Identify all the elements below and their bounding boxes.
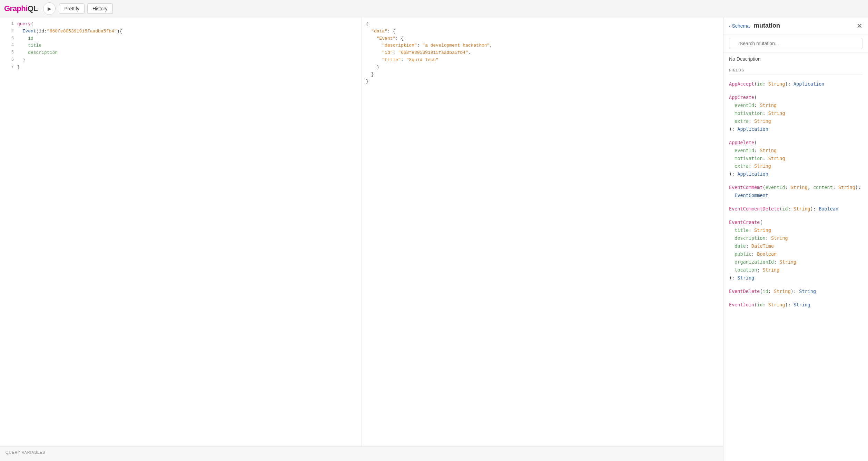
search-icon-wrap <box>729 38 862 49</box>
docs-header: ‹ Schema mutation ✕ <box>723 17 868 35</box>
field-appaccept[interactable]: AppAccept(id: String): Application <box>723 77 868 91</box>
editor-line-4: 4 title <box>0 42 362 49</box>
result-line-5: "id": "668fe805391915faadba5fb4", <box>362 49 723 57</box>
history-button[interactable]: History <box>87 3 113 14</box>
result-line-8: } <box>362 71 723 78</box>
docs-search-input[interactable] <box>729 38 862 49</box>
docs-fields-label: FIELDS <box>723 65 868 74</box>
prettify-button[interactable]: Prettify <box>59 3 85 14</box>
editor-line-1: 1 query{ <box>0 21 362 28</box>
query-variables-bar[interactable]: QUERY VARIABLES <box>0 447 723 461</box>
editor-result-row: 1 query{ 2 Event(id:"668fe805391915faadb… <box>0 17 723 447</box>
editor-line-6: 6 } <box>0 57 362 64</box>
result-line-6: "title": "Squid Tech" <box>362 57 723 64</box>
editor-line-2: 2 Event(id:"668fe805391915faadba5fb4"){ <box>0 28 362 35</box>
main-area: 1 query{ 2 Event(id:"668fe805391915faadb… <box>0 17 868 461</box>
field-appdelete[interactable]: AppDelete( eventId: String motivation: S… <box>723 136 868 181</box>
docs-panel: ‹ Schema mutation ✕ No Description FIELD… <box>723 17 868 461</box>
field-eventjoin[interactable]: EventJoin(id: String): String <box>723 298 868 312</box>
field-eventdelete[interactable]: EventDelete(id: String): String <box>723 285 868 298</box>
field-eventcreate[interactable]: EventCreate( title: String description: … <box>723 216 868 285</box>
editor-line-5: 5 description <box>0 49 362 57</box>
docs-close-button[interactable]: ✕ <box>857 22 862 29</box>
result-line-4: "description": "a development hackathon"… <box>362 42 723 49</box>
result-line-2: "data": { <box>362 28 723 35</box>
docs-no-description: No Description <box>723 53 868 65</box>
query-editor[interactable]: 1 query{ 2 Event(id:"668fe805391915faadb… <box>0 17 362 447</box>
docs-fields-divider <box>729 74 862 75</box>
result-line-1: { <box>362 21 723 28</box>
query-variables-label: QUERY VARIABLES <box>6 450 45 454</box>
docs-fields-content: AppAccept(id: String): Application AppCr… <box>723 77 868 461</box>
docs-back-label: Schema <box>732 23 750 29</box>
editor-area: 1 query{ 2 Event(id:"668fe805391915faadb… <box>0 17 723 461</box>
field-appcreate[interactable]: AppCreate( eventId: String motivation: S… <box>723 91 868 136</box>
app-title: GraphiQL <box>4 4 38 13</box>
chevron-left-icon: ‹ <box>729 23 731 29</box>
result-line-3: "Event": { <box>362 35 723 42</box>
result-line-7: } <box>362 64 723 71</box>
result-line-9: } <box>362 78 723 85</box>
result-code-area: { "data": { "Event": { "description": "a… <box>362 17 723 89</box>
docs-search-area <box>723 35 868 53</box>
toolbar: GraphiQL ▶ Prettify History <box>0 0 868 17</box>
docs-panel-title: mutation <box>754 22 857 29</box>
editor-line-7: 7 } <box>0 64 362 71</box>
query-code-area: 1 query{ 2 Event(id:"668fe805391915faadb… <box>0 17 362 75</box>
docs-back-button[interactable]: ‹ Schema <box>729 23 750 29</box>
result-pane: { "data": { "Event": { "description": "a… <box>362 17 723 447</box>
editor-line-3: 3 id <box>0 35 362 42</box>
field-eventcommemt[interactable]: EventCommemt(eventId: String, content: S… <box>723 181 868 202</box>
field-eventcommentdelete[interactable]: EventCommentDelete(id: String): Boolean <box>723 202 868 216</box>
run-button[interactable]: ▶ <box>43 2 56 15</box>
